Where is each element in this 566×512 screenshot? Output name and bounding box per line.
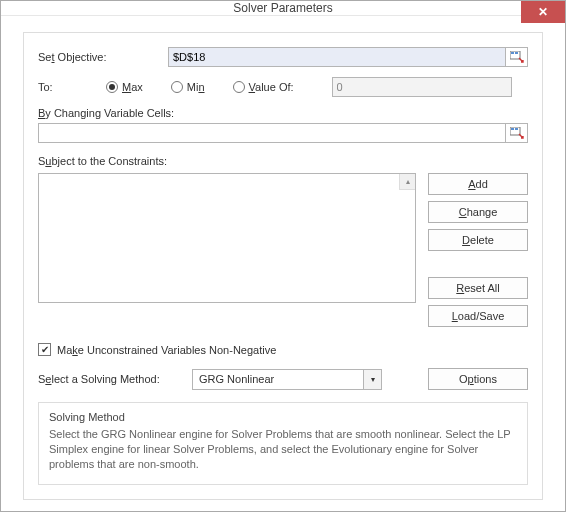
unconstrained-label: Make Unconstrained Variables Non-Negativ… — [57, 344, 276, 356]
method-description-text: Select the GRG Nonlinear engine for Solv… — [49, 427, 517, 472]
constraints-listbox[interactable]: ▴ — [38, 173, 416, 303]
radio-valueof-label: Value Of: — [249, 81, 294, 93]
window-title: Solver Parameters — [1, 1, 565, 15]
value-of-input[interactable] — [332, 77, 512, 97]
main-panel: Set Objective: To: Max — [23, 32, 543, 500]
changing-cells-input[interactable] — [38, 123, 506, 143]
set-objective-row: Set Objective: — [38, 47, 528, 67]
radio-max[interactable]: Max — [106, 81, 143, 93]
changing-cells-range-picker-button[interactable] — [506, 123, 528, 143]
radio-min-indicator — [171, 81, 183, 93]
objective-range-picker-button[interactable] — [506, 47, 528, 67]
svg-rect-2 — [515, 52, 518, 54]
radio-valueof-indicator — [233, 81, 245, 93]
delete-button[interactable]: Delete — [428, 229, 528, 251]
options-button[interactable]: Options — [428, 368, 528, 390]
to-label: To: — [38, 81, 78, 93]
unconstrained-checkbox[interactable]: ✔ Make Unconstrained Variables Non-Negat… — [38, 343, 528, 356]
objective-input[interactable] — [168, 47, 506, 67]
changing-cells-input-group — [38, 123, 528, 143]
set-objective-label: Set Objective: — [38, 51, 168, 63]
reset-all-button[interactable]: Reset All — [428, 277, 528, 299]
range-picker-icon — [510, 127, 524, 139]
to-row: To: Max Min Value Of: — [38, 77, 528, 97]
method-row: Select a Solving Method: GRG Nonlinear ▾… — [38, 368, 528, 390]
objective-input-group — [168, 47, 528, 67]
content-area: Set Objective: To: Max — [1, 16, 565, 512]
radio-max-indicator — [106, 81, 118, 93]
solver-parameters-dialog: Solver Parameters ✕ Set Objective: — [0, 0, 566, 512]
constraints-label: Subject to the Constraints: — [38, 155, 528, 167]
add-button[interactable]: Add — [428, 173, 528, 195]
scroll-up-button[interactable]: ▴ — [399, 174, 415, 190]
select-method-label: Select a Solving Method: — [38, 373, 178, 385]
svg-rect-5 — [515, 128, 518, 130]
radio-min[interactable]: Min — [171, 81, 205, 93]
radio-value-of[interactable]: Value Of: — [233, 81, 294, 93]
changing-cells-label: By Changing Variable Cells: — [38, 107, 528, 119]
load-save-button[interactable]: Load/Save — [428, 305, 528, 327]
constraints-block: ▴ Add Change Delete Reset All Load/Save — [38, 173, 528, 327]
radio-max-label: Max — [122, 81, 143, 93]
change-button[interactable]: Change — [428, 201, 528, 223]
svg-rect-1 — [511, 52, 514, 54]
svg-rect-4 — [511, 128, 514, 130]
window-close-button[interactable]: ✕ — [521, 1, 565, 23]
radio-min-label: Min — [187, 81, 205, 93]
method-description-box: Solving Method Select the GRG Nonlinear … — [38, 402, 528, 485]
solving-method-selected: GRG Nonlinear — [193, 370, 363, 389]
titlebar: Solver Parameters ✕ — [1, 1, 565, 16]
chevron-down-icon: ▾ — [363, 370, 381, 389]
solving-method-combo[interactable]: GRG Nonlinear ▾ — [192, 369, 382, 390]
checkbox-indicator: ✔ — [38, 343, 51, 356]
range-picker-icon — [510, 51, 524, 63]
changing-cells-row — [38, 123, 528, 143]
constraint-buttons: Add Change Delete Reset All Load/Save — [428, 173, 528, 327]
method-description-heading: Solving Method — [49, 411, 517, 423]
